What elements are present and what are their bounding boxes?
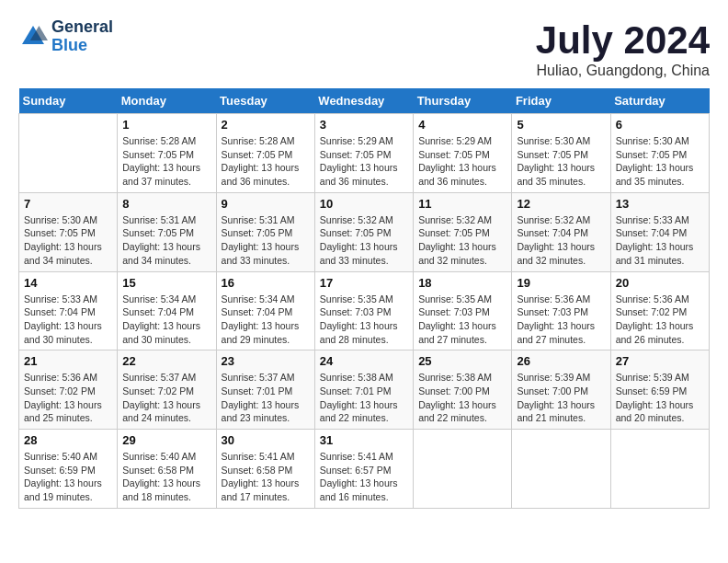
day-cell: 25Sunrise: 5:38 AMSunset: 7:00 PMDayligh… <box>414 350 512 430</box>
day-info: Sunrise: 5:41 AMSunset: 6:57 PMDaylight:… <box>320 450 408 504</box>
day-number: 31 <box>320 433 408 447</box>
day-number: 4 <box>418 118 506 132</box>
day-info: Sunrise: 5:34 AMSunset: 7:04 PMDaylight:… <box>222 293 310 347</box>
day-cell: 13Sunrise: 5:33 AMSunset: 7:04 PMDayligh… <box>610 192 709 271</box>
day-info: Sunrise: 5:40 AMSunset: 6:58 PMDaylight:… <box>122 450 210 504</box>
day-cell: 8Sunrise: 5:31 AMSunset: 7:05 PMDaylight… <box>118 192 216 271</box>
day-cell: 28Sunrise: 5:40 AMSunset: 6:59 PMDayligh… <box>19 430 118 509</box>
day-header-tuesday: Tuesday <box>216 88 314 114</box>
day-number: 11 <box>418 197 506 211</box>
day-info: Sunrise: 5:33 AMSunset: 7:04 PMDaylight:… <box>616 213 704 268</box>
day-number: 28 <box>24 433 112 447</box>
day-info: Sunrise: 5:36 AMSunset: 7:03 PMDaylight:… <box>517 293 605 347</box>
logo-blue: Blue <box>51 37 113 55</box>
day-cell: 2Sunrise: 5:28 AMSunset: 7:05 PMDaylight… <box>216 114 314 193</box>
logo-icon <box>18 22 48 52</box>
day-cell: 14Sunrise: 5:33 AMSunset: 7:04 PMDayligh… <box>19 271 118 350</box>
day-number: 9 <box>222 197 310 211</box>
day-info: Sunrise: 5:40 AMSunset: 6:59 PMDaylight:… <box>24 450 112 504</box>
day-info: Sunrise: 5:29 AMSunset: 7:05 PMDaylight:… <box>320 134 408 189</box>
day-header-wednesday: Wednesday <box>314 88 413 114</box>
day-info: Sunrise: 5:30 AMSunset: 7:05 PMDaylight:… <box>616 134 704 189</box>
day-number: 19 <box>517 276 605 290</box>
day-cell: 22Sunrise: 5:37 AMSunset: 7:02 PMDayligh… <box>118 350 216 430</box>
page-header: General Blue July 2024 Huliao, Guangdong… <box>18 18 710 79</box>
day-info: Sunrise: 5:36 AMSunset: 7:02 PMDaylight:… <box>616 293 704 347</box>
day-info: Sunrise: 5:36 AMSunset: 7:02 PMDaylight:… <box>24 371 112 425</box>
day-info: Sunrise: 5:28 AMSunset: 7:05 PMDaylight:… <box>122 134 210 189</box>
day-info: Sunrise: 5:39 AMSunset: 7:00 PMDaylight:… <box>517 371 605 425</box>
day-number: 18 <box>418 276 506 290</box>
day-number: 22 <box>122 354 210 368</box>
day-number: 23 <box>222 354 310 368</box>
logo-general: General <box>51 18 113 37</box>
day-number: 25 <box>418 354 506 368</box>
day-number: 29 <box>122 433 210 447</box>
day-cell: 23Sunrise: 5:37 AMSunset: 7:01 PMDayligh… <box>216 350 314 430</box>
day-info: Sunrise: 5:33 AMSunset: 7:04 PMDaylight:… <box>24 293 112 347</box>
day-header-friday: Friday <box>512 88 610 114</box>
day-cell <box>512 430 610 509</box>
day-number: 24 <box>320 354 408 368</box>
calendar-table: SundayMondayTuesdayWednesdayThursdayFrid… <box>18 88 710 509</box>
day-number: 1 <box>122 118 210 132</box>
day-cell: 10Sunrise: 5:32 AMSunset: 7:05 PMDayligh… <box>314 192 413 271</box>
day-header-sunday: Sunday <box>19 88 118 114</box>
day-cell: 15Sunrise: 5:34 AMSunset: 7:04 PMDayligh… <box>118 271 216 350</box>
day-cell <box>610 430 709 509</box>
day-cell: 29Sunrise: 5:40 AMSunset: 6:58 PMDayligh… <box>118 430 216 509</box>
day-number: 3 <box>320 118 408 132</box>
day-info: Sunrise: 5:37 AMSunset: 7:01 PMDaylight:… <box>222 371 310 425</box>
day-header-thursday: Thursday <box>414 88 512 114</box>
day-cell: 17Sunrise: 5:35 AMSunset: 7:03 PMDayligh… <box>314 271 413 350</box>
day-number: 12 <box>517 197 605 211</box>
day-cell <box>414 430 512 509</box>
logo: General Blue <box>18 18 113 55</box>
day-info: Sunrise: 5:31 AMSunset: 7:05 PMDaylight:… <box>222 213 310 268</box>
month-title: July 2024 <box>536 18 710 63</box>
day-header-saturday: Saturday <box>610 88 709 114</box>
days-header-row: SundayMondayTuesdayWednesdayThursdayFrid… <box>19 88 710 114</box>
day-number: 2 <box>222 118 310 132</box>
location: Huliao, Guangdong, China <box>536 63 710 79</box>
day-cell: 18Sunrise: 5:35 AMSunset: 7:03 PMDayligh… <box>414 271 512 350</box>
day-info: Sunrise: 5:30 AMSunset: 7:05 PMDaylight:… <box>517 134 605 189</box>
day-cell: 3Sunrise: 5:29 AMSunset: 7:05 PMDaylight… <box>314 114 413 193</box>
day-number: 30 <box>222 433 310 447</box>
day-number: 13 <box>616 197 704 211</box>
day-cell: 4Sunrise: 5:29 AMSunset: 7:05 PMDaylight… <box>414 114 512 193</box>
day-info: Sunrise: 5:34 AMSunset: 7:04 PMDaylight:… <box>122 293 210 347</box>
day-number: 10 <box>320 197 408 211</box>
day-cell <box>19 114 118 193</box>
day-info: Sunrise: 5:38 AMSunset: 7:01 PMDaylight:… <box>320 371 408 425</box>
day-cell: 21Sunrise: 5:36 AMSunset: 7:02 PMDayligh… <box>19 350 118 430</box>
day-cell: 19Sunrise: 5:36 AMSunset: 7:03 PMDayligh… <box>512 271 610 350</box>
day-number: 8 <box>122 197 210 211</box>
day-info: Sunrise: 5:31 AMSunset: 7:05 PMDaylight:… <box>122 213 210 268</box>
day-info: Sunrise: 5:32 AMSunset: 7:05 PMDaylight:… <box>418 213 506 268</box>
day-info: Sunrise: 5:41 AMSunset: 6:58 PMDaylight:… <box>222 450 310 504</box>
week-row-5: 28Sunrise: 5:40 AMSunset: 6:59 PMDayligh… <box>19 430 710 509</box>
week-row-2: 7Sunrise: 5:30 AMSunset: 7:05 PMDaylight… <box>19 192 710 271</box>
day-info: Sunrise: 5:39 AMSunset: 6:59 PMDaylight:… <box>616 371 704 425</box>
day-cell: 5Sunrise: 5:30 AMSunset: 7:05 PMDaylight… <box>512 114 610 193</box>
day-cell: 26Sunrise: 5:39 AMSunset: 7:00 PMDayligh… <box>512 350 610 430</box>
day-cell: 27Sunrise: 5:39 AMSunset: 6:59 PMDayligh… <box>610 350 709 430</box>
title-block: July 2024 Huliao, Guangdong, China <box>536 18 710 79</box>
day-number: 16 <box>222 276 310 290</box>
day-info: Sunrise: 5:32 AMSunset: 7:05 PMDaylight:… <box>320 213 408 268</box>
week-row-3: 14Sunrise: 5:33 AMSunset: 7:04 PMDayligh… <box>19 271 710 350</box>
day-number: 14 <box>24 276 112 290</box>
day-cell: 11Sunrise: 5:32 AMSunset: 7:05 PMDayligh… <box>414 192 512 271</box>
day-cell: 30Sunrise: 5:41 AMSunset: 6:58 PMDayligh… <box>216 430 314 509</box>
day-number: 21 <box>24 354 112 368</box>
day-cell: 12Sunrise: 5:32 AMSunset: 7:04 PMDayligh… <box>512 192 610 271</box>
week-row-4: 21Sunrise: 5:36 AMSunset: 7:02 PMDayligh… <box>19 350 710 430</box>
logo-text: General Blue <box>51 18 113 55</box>
day-cell: 7Sunrise: 5:30 AMSunset: 7:05 PMDaylight… <box>19 192 118 271</box>
day-cell: 24Sunrise: 5:38 AMSunset: 7:01 PMDayligh… <box>314 350 413 430</box>
day-cell: 9Sunrise: 5:31 AMSunset: 7:05 PMDaylight… <box>216 192 314 271</box>
day-number: 17 <box>320 276 408 290</box>
day-cell: 31Sunrise: 5:41 AMSunset: 6:57 PMDayligh… <box>314 430 413 509</box>
day-number: 15 <box>122 276 210 290</box>
